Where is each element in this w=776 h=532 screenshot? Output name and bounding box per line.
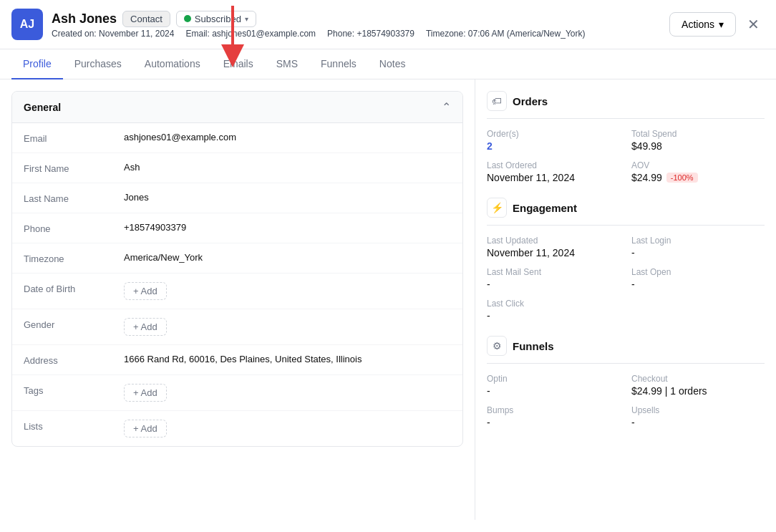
- chevron-up-icon[interactable]: ⌃: [442, 100, 451, 114]
- orders-section: 🏷 Orders Order(s) 2 Total Spend $49.98 L…: [487, 91, 765, 183]
- engagement-title: Engagement: [513, 202, 577, 214]
- total-spend-label: Total Spend: [631, 129, 765, 139]
- tab-emails[interactable]: Emails: [212, 49, 265, 79]
- email-meta: Email: ashjones01@example.com: [185, 29, 316, 39]
- field-phone: Phone +18574903379: [12, 213, 462, 243]
- field-label-tags: Tags: [24, 384, 124, 396]
- contact-name: Ash Jones: [52, 11, 117, 26]
- phone-meta: Phone: +18574903379: [327, 29, 414, 39]
- add-tags-button[interactable]: + Add: [124, 384, 167, 402]
- stat-aov: AOV $24.99 -100%: [631, 160, 765, 183]
- last-login-label: Last Login: [631, 236, 765, 246]
- field-email: Email ashjones01@example.com: [12, 123, 462, 153]
- actions-button[interactable]: Actions ▾: [669, 12, 736, 37]
- field-gender: Gender + Add: [12, 309, 462, 345]
- funnels-stats: Optin - Checkout $24.99 | 1 orders Bumps…: [487, 374, 765, 428]
- aov-value: $24.99: [631, 172, 662, 183]
- add-lists-button[interactable]: + Add: [124, 420, 167, 437]
- subscribed-badge[interactable]: Subscribed ▾: [176, 11, 256, 27]
- tab-notes[interactable]: Notes: [368, 49, 417, 79]
- field-label-lists: Lists: [24, 420, 124, 432]
- field-lists: Lists + Add: [12, 411, 462, 446]
- add-gender-button[interactable]: + Add: [124, 318, 167, 336]
- field-value-email: ashjones01@example.com: [124, 132, 236, 142]
- field-label-phone: Phone: [24, 222, 124, 234]
- tab-purchases[interactable]: Purchases: [63, 49, 133, 79]
- field-label-lastname: Last Name: [24, 192, 124, 204]
- field-address: Address 1666 Rand Rd, 60016, Des Plaines…: [12, 345, 462, 375]
- field-value-address: 1666 Rand Rd, 60016, Des Plaines, United…: [124, 354, 362, 364]
- orders-header: 🏷 Orders: [487, 91, 765, 119]
- bumps-label: Bumps: [487, 405, 620, 415]
- tab-profile[interactable]: Profile: [11, 49, 63, 79]
- field-label-address: Address: [24, 354, 124, 366]
- orders-title: Orders: [513, 95, 548, 107]
- field-value-timezone: America/New_York: [124, 252, 203, 263]
- last-updated-label: Last Updated: [487, 236, 620, 246]
- header-info-block: Ash Jones Contact Subscribed ▾ Created o…: [52, 11, 596, 39]
- engagement-stats: Last Updated November 11, 2024 Last Logi…: [487, 236, 765, 321]
- orders-label: Order(s): [487, 129, 620, 139]
- contact-header: AJ Ash Jones Contact Subscribed ▾ Create…: [0, 0, 776, 49]
- chevron-down-icon: ▾: [719, 19, 724, 30]
- contact-badge[interactable]: Contact: [122, 11, 170, 27]
- checkout-label: Checkout: [631, 374, 765, 384]
- stat-total-spend: Total Spend $49.98: [631, 129, 765, 152]
- upsells-value: -: [631, 417, 765, 428]
- field-value-firstname: Ash: [124, 162, 140, 173]
- stat-orders: Order(s) 2: [487, 129, 620, 152]
- field-label-email: Email: [24, 132, 124, 144]
- field-first-name: First Name Ash: [12, 153, 462, 183]
- last-click-value: -: [487, 310, 765, 321]
- header-meta: Created on: November 11, 2024 Email: ash…: [52, 29, 596, 39]
- field-label-gender: Gender: [24, 318, 124, 330]
- last-ordered-label: Last Ordered: [487, 160, 620, 170]
- stat-last-updated: Last Updated November 11, 2024: [487, 236, 620, 258]
- last-login-value: -: [631, 247, 765, 258]
- orders-value: 2: [487, 140, 620, 152]
- field-last-name: Last Name Jones: [12, 183, 462, 213]
- last-updated-value: November 11, 2024: [487, 247, 620, 258]
- last-mail-sent-label: Last Mail Sent: [487, 267, 620, 277]
- aov-row: $24.99 -100%: [631, 172, 765, 183]
- optin-value: -: [487, 385, 620, 397]
- stat-upsells: Upsells -: [631, 405, 765, 428]
- general-section: General ⌃ Email ashjones01@example.com F…: [11, 91, 463, 447]
- avatar: AJ: [11, 9, 43, 40]
- field-label-timezone: Timezone: [24, 252, 124, 264]
- field-value-lastname: Jones: [124, 192, 149, 203]
- close-button[interactable]: ✕: [742, 13, 765, 36]
- funnels-header: ⚙ Funnels: [487, 336, 765, 364]
- right-panel: 🏷 Orders Order(s) 2 Total Spend $49.98 L…: [475, 79, 776, 520]
- funnels-title: Funnels: [513, 340, 554, 352]
- field-timezone: Timezone America/New_York: [12, 243, 462, 274]
- tab-funnels[interactable]: Funnels: [309, 49, 368, 79]
- tab-automations[interactable]: Automations: [133, 49, 212, 79]
- stat-optin: Optin -: [487, 374, 620, 397]
- timezone-meta: Timezone: 07:06 AM (America/New_York): [426, 29, 586, 39]
- last-mail-sent-value: -: [487, 279, 620, 290]
- subscribed-label: Subscribed: [195, 14, 241, 24]
- optin-label: Optin: [487, 374, 620, 384]
- stat-last-login: Last Login -: [631, 236, 765, 258]
- subscribed-dot: [184, 15, 191, 22]
- stat-last-mail-sent: Last Mail Sent -: [487, 267, 620, 290]
- field-dob: Date of Birth + Add: [12, 274, 462, 309]
- created-on: Created on: November 11, 2024: [52, 29, 174, 39]
- funnels-icon: ⚙: [487, 336, 507, 356]
- aov-badge: -100%: [666, 173, 698, 183]
- general-title: General: [24, 102, 61, 113]
- engagement-header: ⚡ Engagement: [487, 198, 765, 226]
- bumps-value: -: [487, 417, 620, 428]
- stat-last-click: Last Click -: [487, 299, 765, 321]
- tab-sms[interactable]: SMS: [265, 49, 309, 79]
- engagement-section: ⚡ Engagement Last Updated November 11, 2…: [487, 198, 765, 321]
- funnels-section: ⚙ Funnels Optin - Checkout $24.99 | 1 or…: [487, 336, 765, 428]
- orders-icon: 🏷: [487, 91, 507, 111]
- general-header: General ⌃: [12, 92, 462, 123]
- field-label-firstname: First Name: [24, 162, 124, 174]
- add-dob-button[interactable]: + Add: [124, 282, 167, 300]
- last-click-label: Last Click: [487, 299, 765, 309]
- orders-stats: Order(s) 2 Total Spend $49.98 Last Order…: [487, 129, 765, 183]
- field-label-dob: Date of Birth: [24, 282, 124, 294]
